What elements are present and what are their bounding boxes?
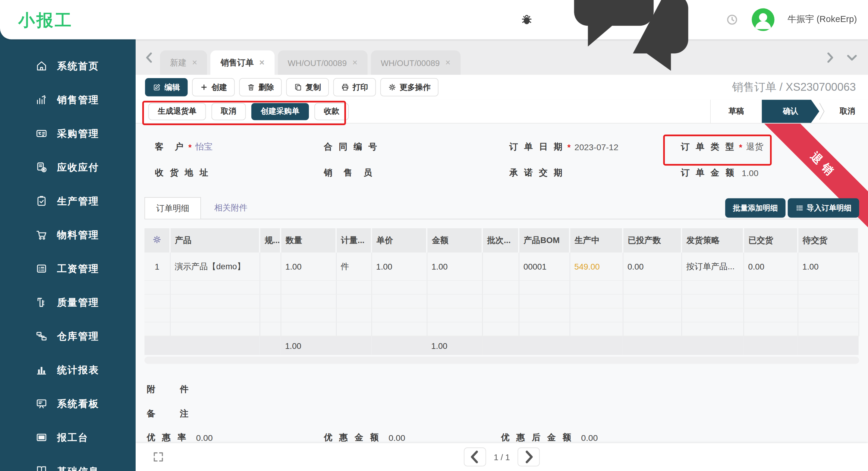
table-cell	[170, 336, 260, 355]
table-cell	[569, 322, 623, 336]
tab-order-lines[interactable]: 订单明细	[144, 197, 201, 219]
salesman-label: 销 售 员	[324, 167, 372, 179]
doc-tab-whout-1[interactable]: WH/OUT/00089×	[278, 50, 367, 75]
field-order-type: 订 单 类 型 * 退货	[681, 141, 763, 153]
sidebar-item-warehouse[interactable]: 仓库管理	[0, 319, 135, 353]
receive-payment-button[interactable]: 收款	[314, 103, 349, 120]
bug-icon[interactable]	[520, 13, 533, 26]
column-header[interactable]: 批次...	[482, 228, 519, 253]
table-cell	[259, 308, 281, 322]
required-star: *	[567, 142, 571, 152]
import-lines-button[interactable]: 导入订单明细	[788, 198, 859, 218]
sidebar-item-info[interactable]: 基础信息	[0, 454, 135, 471]
table-row[interactable]: 1演示产品【demo】1.00件1.001.0000001549.000.00按…	[144, 253, 858, 281]
discount-rate-label: 优 惠 率	[147, 432, 186, 443]
status-step-draft[interactable]: 草稿	[711, 100, 762, 123]
table-cell	[681, 294, 744, 308]
pagination: 1 / 1	[135, 447, 868, 466]
doc-tab-new[interactable]: 新建×	[160, 50, 207, 75]
table-cell	[427, 322, 482, 336]
tabs-scroll-left-icon[interactable]	[142, 50, 157, 65]
table-cell	[798, 281, 859, 294]
column-header[interactable]: 产品	[170, 228, 260, 253]
more-button[interactable]: 更多操作	[380, 78, 438, 96]
sidebar-item-stats[interactable]: 统计报表	[0, 353, 135, 387]
button-label: 删除	[258, 82, 274, 92]
status-stepper: 草稿确认取消	[710, 100, 868, 123]
order-date-value[interactable]: 2023-07-12	[575, 142, 618, 152]
table-cell: 按订单产品...	[681, 253, 744, 281]
sidebar-item-sales[interactable]: 销售管理	[0, 83, 135, 116]
tab-attachments[interactable]: 相关附件	[214, 203, 247, 218]
table-cell	[371, 308, 427, 322]
sidebar-item-finance[interactable]: 应收应付	[0, 150, 135, 184]
copy-button[interactable]: 复制	[286, 78, 329, 96]
generate-return-button[interactable]: 生成退货单	[148, 103, 206, 120]
create-button[interactable]: 创建	[192, 78, 235, 96]
column-header[interactable]: 产品BOM	[519, 228, 569, 253]
sidebar-item-terminal[interactable]: 报工台	[0, 420, 135, 454]
table-settings-gear-icon[interactable]	[144, 228, 170, 253]
table-horizontal-scrollbar[interactable]	[144, 357, 859, 364]
board-icon	[36, 398, 48, 410]
page-prev-button[interactable]	[464, 447, 486, 466]
order-type-value[interactable]: 退货	[746, 141, 763, 153]
tabs-dropdown-icon[interactable]	[845, 50, 859, 65]
batch-add-lines-button[interactable]: 批量添加明细	[725, 198, 785, 218]
button-label: 更多操作	[400, 82, 431, 92]
avatar[interactable]	[752, 8, 774, 31]
user-name[interactable]: 牛振宇 (RokeErp)	[787, 14, 857, 26]
sidebar-item-production[interactable]: 生产管理	[0, 184, 135, 218]
sidebar-item-quality[interactable]: 质量管理	[0, 285, 135, 319]
column-header[interactable]: 已交货	[744, 228, 798, 253]
discount-rate-value: 0.00	[196, 433, 213, 443]
sidebar-item-salary[interactable]: 工资管理	[0, 252, 135, 285]
button-label: 创建	[212, 82, 227, 92]
column-header[interactable]: 金额	[427, 228, 482, 253]
discount-rate-field: 优 惠 率 0.00	[147, 432, 213, 443]
create-purchase-button[interactable]: 创建采购单	[251, 103, 309, 120]
clock-icon[interactable]	[725, 13, 738, 26]
tab-close-icon[interactable]: ×	[259, 58, 264, 67]
table-empty-row	[144, 308, 858, 322]
column-header[interactable]: 单价	[371, 228, 427, 253]
sidebar-item-board[interactable]: 系统看板	[0, 387, 135, 420]
print-button[interactable]: 打印	[333, 78, 376, 96]
tabs-right-tools	[823, 50, 859, 65]
table-cell	[623, 322, 681, 336]
tab-close-icon[interactable]: ×	[192, 58, 197, 67]
quality-icon	[36, 296, 48, 308]
table-empty-row	[144, 294, 858, 308]
sidebar-item-material[interactable]: 物料管理	[0, 218, 135, 252]
table-cell	[259, 281, 281, 294]
doc-tab-whout-2[interactable]: WH/OUT/00089×	[371, 50, 461, 75]
tabs-scroll-right-icon[interactable]	[823, 50, 837, 65]
cancel-order-button[interactable]: 取消	[212, 103, 246, 120]
sidebar-item-purchase[interactable]: 采购管理	[0, 116, 135, 150]
tab-label: 销售订单	[221, 57, 254, 68]
column-header[interactable]: 已投产数	[623, 228, 681, 253]
doc-tab-sales-order[interactable]: 销售订单×	[211, 50, 275, 75]
table-cell	[281, 281, 336, 294]
bottom-bar: 1 / 1	[135, 443, 868, 471]
column-header[interactable]: 待交货	[798, 228, 859, 253]
status-step-confirm[interactable]: 确认	[762, 100, 819, 123]
sidebar-item-label: 统计报表	[57, 363, 99, 376]
tab-close-icon[interactable]: ×	[445, 58, 451, 67]
edit-button[interactable]: 编辑	[145, 78, 187, 96]
page-next-button[interactable]	[518, 447, 540, 466]
customer-value[interactable]: 怡宝	[195, 141, 213, 153]
column-header[interactable]: 发货策略	[681, 228, 744, 253]
table-cell	[569, 336, 623, 355]
sidebar-item-home[interactable]: 系统首页	[0, 49, 135, 83]
column-header[interactable]: 规...	[259, 228, 281, 253]
column-header[interactable]: 生产中	[569, 228, 623, 253]
sidebar-item-label: 系统看板	[57, 397, 99, 410]
table-cell	[744, 281, 798, 294]
status-step-cancel[interactable]: 取消	[827, 100, 868, 123]
column-header[interactable]: 数量	[281, 228, 336, 253]
delete-button[interactable]: 删除	[239, 78, 281, 96]
table-cell	[681, 308, 744, 322]
column-header[interactable]: 计量...	[336, 228, 372, 253]
tab-close-icon[interactable]: ×	[352, 58, 358, 67]
